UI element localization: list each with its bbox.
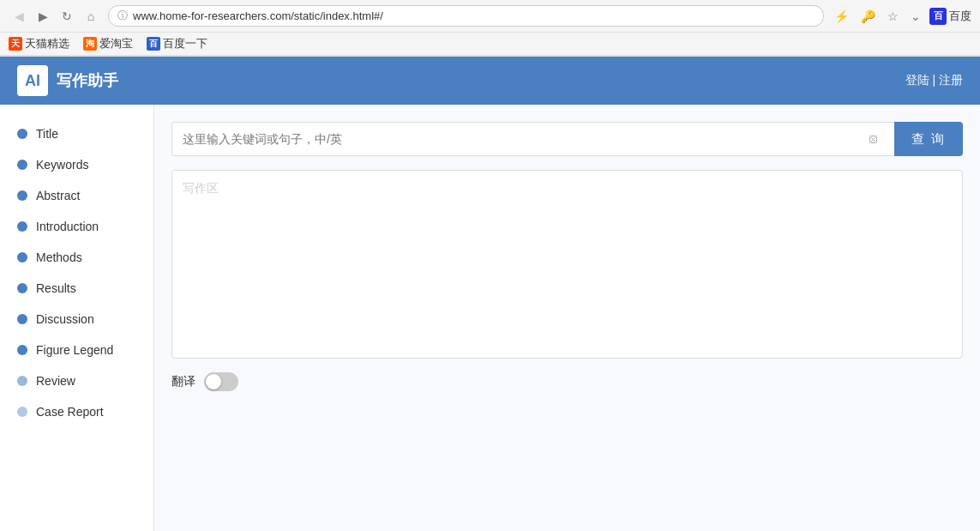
sidebar-item-title[interactable]: Title	[0, 118, 153, 149]
star-icon[interactable]: ☆	[884, 8, 902, 25]
chevron-down-icon[interactable]: ⌄	[907, 8, 924, 25]
sidebar-dot-keywords	[17, 160, 27, 170]
lightning-icon[interactable]: ⚡	[831, 8, 852, 25]
sidebar-dot-figure-legend	[17, 345, 27, 355]
tmall-icon: 天	[9, 37, 22, 51]
browser-actions: ⚡ 🔑 ☆ ⌄ 百 百度	[831, 8, 971, 25]
sidebar-item-figure-legend[interactable]: Figure Legend	[0, 335, 153, 365]
main-content: ⦻ 查 询 写作区 翻译	[154, 105, 980, 531]
browser-chrome: ◀ ▶ ↻ ⌂ ⓘ www.home-for-researchers.com/s…	[0, 0, 980, 57]
nav-buttons: ◀ ▶ ↻ ⌂	[9, 6, 101, 27]
sidebar-dot-discussion	[17, 314, 27, 324]
sidebar-label-discussion: Discussion	[36, 312, 94, 326]
writing-area[interactable]: 写作区	[171, 170, 963, 359]
baidu1-icon: 百	[147, 37, 160, 51]
bookmark-taobao[interactable]: 淘 爱淘宝	[83, 36, 133, 51]
sidebar-dot-review	[17, 376, 27, 386]
nav-back-button[interactable]: ◀	[9, 6, 29, 27]
bookmark-baidu1-label: 百度一下	[163, 36, 207, 51]
sidebar-dot-methods	[17, 252, 27, 262]
app-name: 写作助手	[57, 70, 118, 91]
translation-row: 翻译	[171, 372, 963, 391]
toggle-knob	[206, 374, 221, 389]
translation-toggle[interactable]	[204, 372, 238, 391]
bookmarks-bar: 天 天猫精选 淘 爱淘宝 百 百度一下	[0, 33, 980, 56]
nav-home-button[interactable]: ⌂	[81, 6, 101, 27]
sidebar-item-discussion[interactable]: Discussion	[0, 304, 153, 335]
translation-label: 翻译	[171, 374, 195, 389]
search-button[interactable]: 查 询	[894, 122, 963, 156]
lock-icon: ⓘ	[117, 9, 128, 23]
taobao-icon: 淘	[83, 37, 97, 51]
nav-forward-button[interactable]: ▶	[33, 6, 53, 27]
sidebar-label-results: Results	[36, 281, 76, 295]
sidebar: Title Keywords Abstract Introduction Met…	[0, 105, 154, 531]
sidebar-dot-title	[17, 129, 27, 139]
sidebar-label-review: Review	[36, 374, 75, 388]
app-logo: AI 写作助手	[17, 65, 118, 96]
search-input[interactable]	[183, 132, 863, 146]
address-bar[interactable]: ⓘ www.home-for-researchers.com/static/in…	[108, 5, 824, 27]
sidebar-dot-abstract	[17, 190, 27, 201]
sidebar-label-keywords: Keywords	[36, 158, 88, 172]
sidebar-label-methods: Methods	[36, 250, 82, 264]
sidebar-label-figure-legend: Figure Legend	[36, 343, 113, 357]
sidebar-label-case-report: Case Report	[36, 405, 104, 419]
header-login-register[interactable]: 登陆 | 注册	[905, 73, 963, 88]
sidebar-item-case-report[interactable]: Case Report	[0, 396, 153, 427]
sidebar-item-review[interactable]: Review	[0, 365, 153, 396]
sidebar-item-abstract[interactable]: Abstract	[0, 180, 153, 211]
app-logo-icon: AI	[17, 65, 48, 96]
url-text: www.home-for-researchers.com/static/inde…	[133, 9, 815, 22]
search-container: ⦻ 查 询	[171, 122, 963, 156]
sidebar-dot-introduction	[17, 221, 27, 232]
sidebar-dot-results	[17, 283, 27, 293]
nav-refresh-button[interactable]: ↻	[57, 6, 77, 27]
sidebar-label-introduction: Introduction	[36, 220, 99, 233]
app-body: Title Keywords Abstract Introduction Met…	[0, 105, 980, 531]
bookmark-tmall-label: 天猫精选	[25, 36, 69, 51]
sidebar-item-methods[interactable]: Methods	[0, 242, 153, 273]
bookmark-taobao-label: 爱淘宝	[99, 36, 133, 51]
sidebar-label-abstract: Abstract	[36, 189, 80, 202]
search-clear-button[interactable]: ⦻	[863, 131, 884, 147]
baidu-button[interactable]: 百 百度	[929, 8, 971, 25]
writing-area-placeholder: 写作区	[183, 181, 219, 195]
key-icon[interactable]: 🔑	[857, 8, 879, 25]
sidebar-item-introduction[interactable]: Introduction	[0, 211, 153, 242]
sidebar-label-title: Title	[36, 127, 58, 141]
baidu-label: 百度	[949, 9, 971, 24]
browser-toolbar: ◀ ▶ ↻ ⌂ ⓘ www.home-for-researchers.com/s…	[0, 0, 980, 33]
sidebar-item-results[interactable]: Results	[0, 273, 153, 304]
app-header: AI 写作助手 登陆 | 注册	[0, 57, 980, 105]
bookmark-baidu1[interactable]: 百 百度一下	[147, 36, 207, 51]
bookmark-tmall[interactable]: 天 天猫精选	[9, 36, 69, 51]
search-input-wrapper: ⦻	[171, 122, 894, 156]
sidebar-dot-case-report	[17, 407, 27, 417]
sidebar-item-keywords[interactable]: Keywords	[0, 149, 153, 180]
baidu-logo-icon: 百	[929, 8, 947, 25]
